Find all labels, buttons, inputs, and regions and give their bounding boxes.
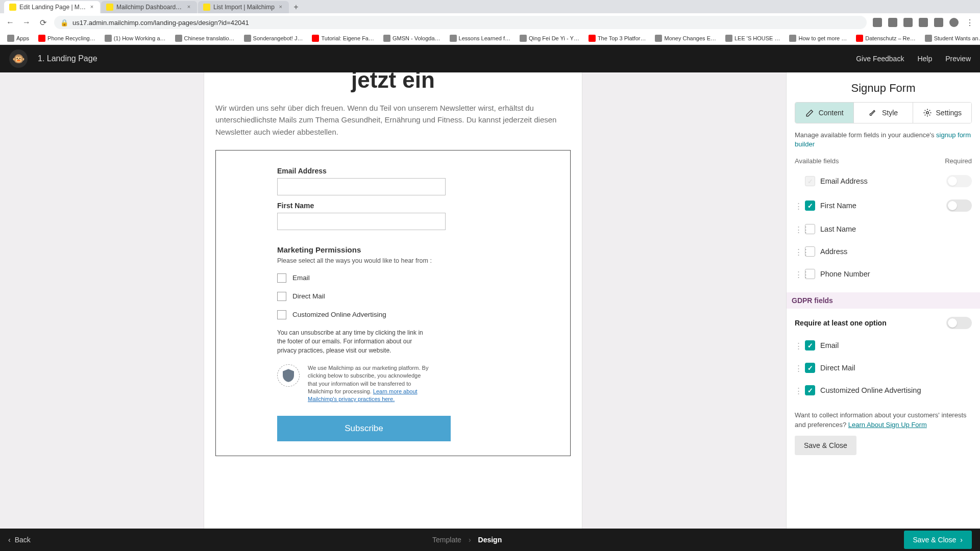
canvas-area: jetzt ein Wir würden uns sehr über dich … bbox=[0, 72, 786, 529]
bookmark-label: Sonderangebot! J… bbox=[253, 35, 303, 41]
bookmark-item[interactable]: Student Wants an… bbox=[923, 34, 980, 43]
field-row: ⋮⋮Phone Number bbox=[795, 263, 972, 285]
email-input[interactable] bbox=[277, 178, 446, 195]
subscribe-button[interactable]: Subscribe bbox=[277, 416, 451, 441]
permission-option[interactable]: Customized Online Advertising bbox=[277, 310, 509, 319]
browser-tab[interactable]: Mailchimp Dashboard | Mailch × bbox=[101, 1, 197, 13]
drag-handle-icon[interactable]: ⋮⋮ bbox=[795, 272, 800, 277]
extension-icon[interactable] bbox=[873, 18, 882, 27]
give-feedback-link[interactable]: Give Feedback bbox=[856, 55, 904, 63]
bookmark-item[interactable]: Lessons Learned f… bbox=[448, 34, 513, 43]
bookmark-label: Tutorial: Eigene Fa… bbox=[321, 35, 374, 41]
bookmark-item[interactable]: LEE 'S HOUSE … bbox=[723, 34, 782, 43]
drag-handle-icon[interactable]: ⋮⋮ bbox=[795, 366, 800, 370]
bookmark-favicon-icon bbox=[244, 35, 251, 42]
field-row: ⋮⋮First Name bbox=[795, 193, 972, 218]
bookmark-item[interactable]: Apps bbox=[5, 34, 31, 43]
mailchimp-logo-icon[interactable]: 🐵 bbox=[9, 49, 28, 68]
extension-icon[interactable] bbox=[919, 18, 928, 27]
extension-icon[interactable] bbox=[934, 18, 943, 27]
step-template[interactable]: Template bbox=[432, 536, 461, 544]
tab-label: Style bbox=[882, 109, 898, 117]
bookmark-item[interactable]: Phone Recycling… bbox=[36, 34, 97, 43]
panel-save-close-button[interactable]: Save & Close bbox=[795, 436, 856, 455]
step-design[interactable]: Design bbox=[478, 536, 502, 544]
bookmark-item[interactable]: Chinese translatio… bbox=[173, 34, 237, 43]
learn-signup-link[interactable]: Learn About Sign Up Form bbox=[848, 421, 927, 429]
tab-settings[interactable]: Settings bbox=[913, 103, 971, 123]
bookmark-label: The Top 3 Platfor… bbox=[598, 35, 646, 41]
browser-tab[interactable]: Edit Landing Page | Mailchimp × bbox=[4, 1, 100, 13]
gdpr-checkbox[interactable] bbox=[805, 385, 815, 395]
tab-title: Edit Landing Page | Mailchimp bbox=[19, 4, 86, 11]
gdpr-name: Email bbox=[820, 341, 972, 349]
address-bar[interactable]: 🔒 us17.admin.mailchimp.com/landing-pages… bbox=[54, 16, 867, 29]
gdpr-checkbox[interactable] bbox=[805, 340, 815, 350]
chevron-right-icon: › bbox=[960, 536, 963, 544]
field-checkbox[interactable] bbox=[805, 246, 815, 257]
gdpr-name: Customized Online Advertising bbox=[820, 386, 972, 394]
extension-icon[interactable] bbox=[888, 18, 897, 27]
bookmark-item[interactable]: How to get more … bbox=[787, 34, 849, 43]
tab-title: Mailchimp Dashboard | Mailch bbox=[116, 4, 183, 11]
drag-handle-icon[interactable]: ⋮⋮ bbox=[795, 250, 800, 254]
bookmark-label: Student Wants an… bbox=[934, 35, 980, 41]
close-icon[interactable]: × bbox=[89, 4, 95, 10]
browser-tab[interactable]: List Import | Mailchimp × bbox=[198, 1, 289, 13]
require-one-label: Require at least one option bbox=[795, 319, 887, 327]
extension-icon[interactable] bbox=[903, 18, 913, 27]
address-row: ← → ⟳ 🔒 us17.admin.mailchimp.com/landing… bbox=[0, 13, 980, 32]
permission-option[interactable]: Email bbox=[277, 273, 509, 283]
panel-footnote: Want to collect information about your c… bbox=[795, 411, 972, 429]
drag-handle-icon[interactable]: ⋮⋮ bbox=[795, 344, 800, 348]
bookmark-label: (1) How Working a… bbox=[114, 35, 166, 41]
gdpr-checkbox[interactable] bbox=[805, 363, 815, 373]
back-button[interactable]: ‹ Back bbox=[8, 536, 31, 544]
signup-form-block[interactable]: Email Address First Name Marketing Permi… bbox=[215, 150, 571, 456]
checkbox-icon[interactable] bbox=[277, 310, 286, 319]
bookmark-item[interactable]: Datenschutz – Re… bbox=[854, 34, 917, 43]
favicon-icon bbox=[106, 4, 113, 11]
drag-handle-icon[interactable]: ⋮⋮ bbox=[795, 204, 800, 208]
help-link[interactable]: Help bbox=[917, 55, 932, 63]
landing-page-card[interactable]: jetzt ein Wir würden uns sehr über dich … bbox=[204, 72, 582, 529]
close-icon[interactable]: × bbox=[186, 4, 192, 10]
require-one-toggle[interactable] bbox=[946, 317, 972, 329]
permission-label: Customized Online Advertising bbox=[292, 311, 386, 318]
app-top-bar: 🐵 1. Landing Page Give Feedback Help Pre… bbox=[0, 45, 980, 72]
platform-note: We use Mailchimp as our marketing platfo… bbox=[308, 364, 430, 404]
bookmark-label: Qing Fei De Yi - Y… bbox=[529, 35, 579, 41]
checkbox-icon[interactable] bbox=[277, 292, 286, 301]
bottom-bar: ‹ Back Template › Design Save & Close › bbox=[0, 529, 980, 551]
bookmark-item[interactable]: Money Changes E… bbox=[653, 34, 718, 43]
bookmark-item[interactable]: Sonderangebot! J… bbox=[242, 34, 305, 43]
drag-handle-icon[interactable]: ⋮⋮ bbox=[795, 389, 800, 393]
bookmark-item[interactable]: The Top 3 Platfor… bbox=[586, 34, 648, 43]
menu-icon[interactable]: ⋮ bbox=[965, 17, 975, 28]
field-checkbox[interactable] bbox=[805, 269, 815, 279]
bookmark-item[interactable]: (1) How Working a… bbox=[103, 34, 168, 43]
profile-avatar-icon[interactable] bbox=[949, 18, 959, 27]
extension-icons: ⋮ bbox=[873, 17, 975, 28]
new-tab-button[interactable]: + bbox=[290, 1, 302, 13]
checkbox-icon[interactable] bbox=[277, 273, 286, 283]
preview-link[interactable]: Preview bbox=[945, 55, 971, 63]
forward-icon[interactable]: → bbox=[21, 17, 32, 28]
field-checkbox[interactable] bbox=[805, 224, 815, 234]
first-name-input[interactable] bbox=[277, 213, 446, 230]
save-and-close-button[interactable]: Save & Close › bbox=[904, 531, 972, 549]
close-icon[interactable]: × bbox=[278, 4, 284, 10]
permission-option[interactable]: Direct Mail bbox=[277, 292, 509, 301]
field-checkbox[interactable] bbox=[805, 201, 815, 211]
tab-content[interactable]: Content bbox=[795, 103, 854, 123]
tab-style[interactable]: Style bbox=[854, 103, 913, 123]
bookmark-favicon-icon bbox=[925, 35, 932, 42]
bookmark-label: Datenschutz – Re… bbox=[865, 35, 915, 41]
reload-icon[interactable]: ⟳ bbox=[38, 17, 48, 28]
bookmark-item[interactable]: Tutorial: Eigene Fa… bbox=[310, 34, 376, 43]
back-icon[interactable]: ← bbox=[5, 17, 15, 28]
required-toggle[interactable] bbox=[946, 199, 972, 212]
drag-handle-icon[interactable]: ⋮⋮ bbox=[795, 228, 800, 232]
bookmark-item[interactable]: GMSN - Vologda… bbox=[381, 34, 443, 43]
bookmark-item[interactable]: Qing Fei De Yi - Y… bbox=[518, 34, 581, 43]
